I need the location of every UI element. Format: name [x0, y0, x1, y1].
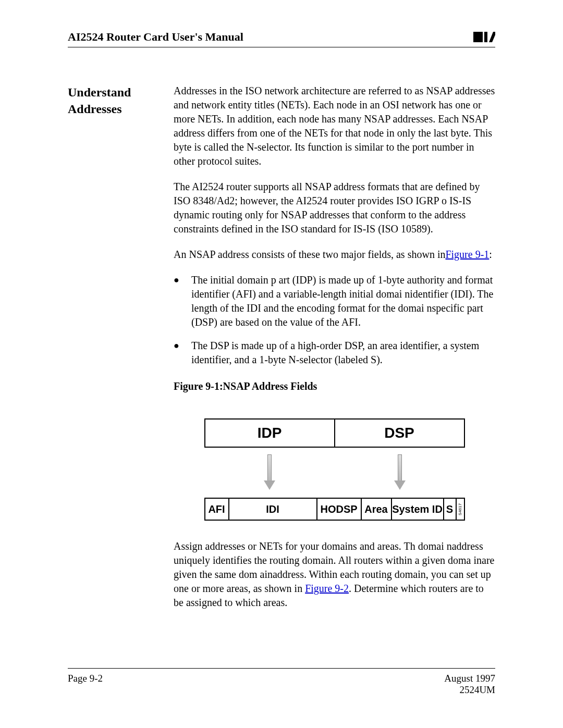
diagram-s-cell: S [444, 499, 457, 520]
footer-docnum: 2524UM [444, 684, 495, 696]
diagram-idi-cell: IDI [229, 499, 317, 520]
diagram-idp-cell: IDP [205, 419, 335, 447]
paragraph-4: Assign addresses or NETs for your domain… [174, 539, 495, 610]
page-footer: Page 9-2 August 1997 2524UM [68, 668, 495, 696]
figure-9-2-link[interactable]: Figure 9-2 [305, 583, 349, 594]
ai-logo-icon [473, 30, 495, 44]
bullet-text-2: The DSP is made up of a high-order DSP, … [191, 339, 495, 367]
body-column: Addresses in the ISO network architectur… [174, 84, 495, 621]
paragraph-2: The AI2524 router supports all NSAP addr… [174, 180, 495, 236]
diagram-top-row: IDP DSP [204, 418, 465, 448]
list-item: ● The initial domain p art (IDP) is made… [174, 273, 495, 329]
footer-date: August 1997 [444, 673, 495, 684]
svg-rect-0 [473, 32, 483, 42]
diagram-arrows [204, 448, 465, 498]
diagram-systemid-cell: System ID [392, 499, 444, 520]
main-content: Understand Addresses Addresses in the IS… [68, 84, 495, 621]
list-item: ● The DSP is made up of a high-order DSP… [174, 339, 495, 367]
diagram-afi-cell: AFI [205, 499, 229, 520]
p3-text: An NSAP address consists of these two ma… [174, 249, 445, 260]
diagram-bottom-row: AFI IDI HODSP Area System ID S S4617 [204, 498, 465, 521]
figure-caption: Figure 9-1:NSAP Address Fields [174, 379, 495, 393]
down-arrow-icon [265, 454, 274, 491]
svg-rect-1 [484, 32, 487, 42]
diagram-dsp-cell: DSP [335, 419, 464, 447]
section-heading: Understand Addresses [68, 84, 159, 118]
bullet-icon: ● [174, 273, 191, 329]
diagram-hodsp-cell: HODSP [317, 499, 362, 520]
nsap-diagram: IDP DSP [204, 418, 465, 521]
bullet-list: ● The initial domain p art (IDP) is made… [174, 273, 495, 367]
diagram-area-cell: Area [362, 499, 392, 520]
bullet-text-1: The initial domain p art (IDP) is made u… [191, 273, 495, 329]
section-heading-column: Understand Addresses [68, 84, 159, 621]
paragraph-1: Addresses in the ISO network architectur… [174, 84, 495, 168]
bullet-icon: ● [174, 339, 191, 367]
figure-9-1-link[interactable]: Figure 9-1 [445, 249, 489, 260]
footer-right: August 1997 2524UM [444, 673, 495, 696]
page-header: AI2524 Router Card User's Manual [68, 30, 495, 47]
footer-page-number: Page 9-2 [68, 673, 103, 696]
paragraph-3: An NSAP address consists of these two ma… [174, 248, 495, 262]
diagram-code-label: S4617 [457, 499, 464, 520]
down-arrow-icon [396, 454, 404, 491]
p3-suffix: : [489, 249, 492, 260]
header-title: AI2524 Router Card User's Manual [68, 30, 243, 44]
